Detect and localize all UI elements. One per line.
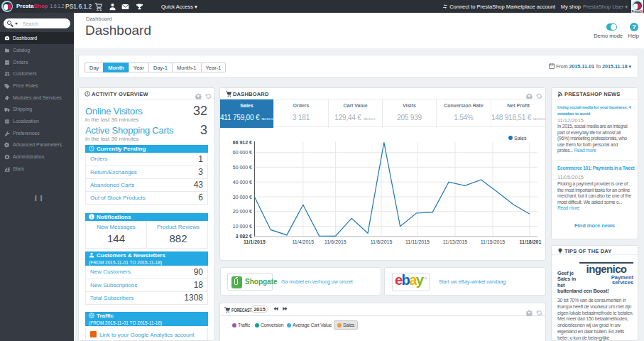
svg-text:66 912 €: 66 912 € <box>233 140 252 145</box>
svg-text:11/15/2015: 11/15/2015 <box>481 239 506 244</box>
svg-text:50 000 €: 50 000 € <box>233 165 252 170</box>
svg-text:Sales: Sales <box>514 136 527 141</box>
svg-text:11/8/2015: 11/8/2015 <box>371 239 393 244</box>
svg-text:11/13/2015: 11/13/2015 <box>443 239 468 244</box>
svg-text:30 000 €: 30 000 € <box>233 195 252 200</box>
svg-text:10 000 €: 10 000 € <box>233 224 252 229</box>
svg-text:11/18/201: 11/18/201 <box>520 239 542 244</box>
svg-text:20 000 €: 20 000 € <box>233 209 252 214</box>
svg-text:60 000 €: 60 000 € <box>233 150 252 155</box>
svg-text:11/4/2015: 11/4/2015 <box>292 239 314 244</box>
svg-text:11/11/2015: 11/11/2015 <box>405 239 430 244</box>
svg-text:11/6/2015: 11/6/2015 <box>324 239 346 244</box>
svg-text:3 082 €: 3 082 € <box>236 234 252 239</box>
svg-text:40 000 €: 40 000 € <box>233 180 252 185</box>
svg-text:11/1/2015: 11/1/2015 <box>244 239 266 244</box>
